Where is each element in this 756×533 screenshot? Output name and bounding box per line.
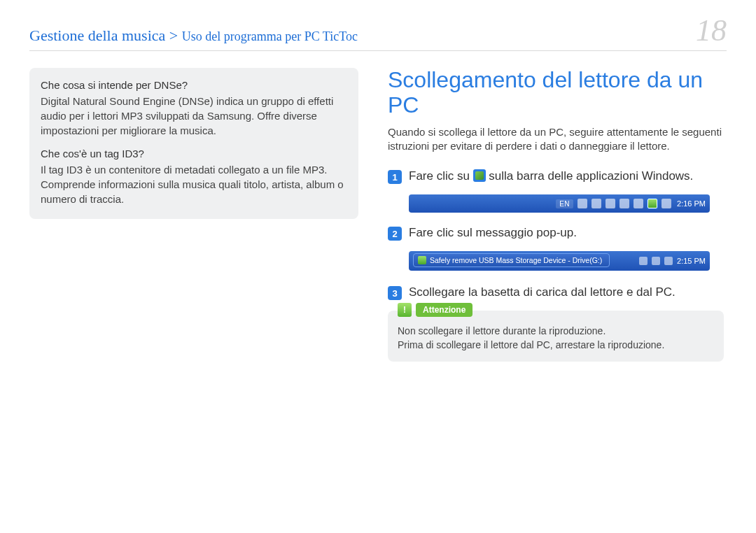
windows-taskbar-2: Safely remove USB Mass Storage Device - …	[409, 251, 710, 271]
safely-remove-tray-icon	[648, 199, 657, 208]
tray-icon	[578, 199, 587, 208]
faq-question-dnse: Che cosa si intende per DNSe?	[41, 78, 347, 92]
caution-line-1: Non scollegare il lettore durante la rip…	[398, 325, 714, 339]
step-1: 1 Fare clic su sulla barra delle applica…	[388, 169, 724, 185]
right-column: Scollegamento del lettore da un PC Quand…	[388, 68, 724, 362]
caution-body: Non scollegare il lettore durante la rip…	[398, 325, 714, 352]
faq-question-id3: Che cos'è un tag ID3?	[41, 146, 347, 161]
step-1-text: Fare clic su sulla barra delle applicazi…	[409, 169, 693, 185]
balloon-text: Safely remove USB Mass Storage Device - …	[430, 256, 602, 264]
balloon-icon	[418, 256, 426, 264]
step-1-post: sulla barra delle applicazioni Windows.	[486, 169, 694, 183]
step-1-pre: Fare clic su	[409, 169, 473, 183]
caution-icon: !	[398, 303, 412, 317]
tray-icon	[606, 199, 615, 208]
faq-answer-dnse: Digital Natural Sound Engine (DNSe) indi…	[41, 94, 347, 138]
caution-label: Attenzione	[416, 303, 472, 317]
faq-answer-id3: Il tag ID3 è un contenitore di metadati …	[41, 162, 347, 206]
step-2: 2 Fare clic sul messaggio pop-up.	[388, 225, 724, 241]
tray-icon	[652, 257, 660, 265]
step-2-text: Fare clic sul messaggio pop-up.	[409, 225, 577, 241]
section-intro: Quando si scollega il lettore da un PC, …	[388, 125, 724, 154]
taskbar-clock: 2:16 PM	[677, 199, 706, 208]
caution-box: ! Attenzione Non scollegare il lettore d…	[388, 311, 724, 362]
step-number-3: 3	[388, 286, 402, 300]
step-3-text: Scollegare la basetta di carica dal lett…	[409, 285, 676, 301]
tray-icon	[620, 199, 629, 208]
tray-icon	[639, 257, 648, 265]
taskbar-clock: 2:15 PM	[677, 257, 706, 265]
taskbar-right: 2:15 PM	[639, 257, 710, 265]
balloon-tooltip: Safely remove USB Mass Storage Device - …	[413, 253, 610, 267]
breadcrumb-sub: Uso del programma per PC TicToc	[182, 29, 358, 43]
page-number: 18	[696, 15, 727, 46]
breadcrumb: Gestione della musica > Uso del programm…	[29, 27, 358, 45]
tray-icon	[634, 199, 643, 208]
language-indicator: EN	[556, 199, 573, 208]
section-title: Scollegamento del lettore da un PC	[388, 68, 724, 118]
page-header: Gestione della musica > Uso del programm…	[29, 15, 727, 51]
step-number-1: 1	[388, 170, 402, 184]
left-column: Che cosa si intende per DNSe? Digital Na…	[29, 68, 358, 362]
step-3: 3 Scollegare la basetta di carica dal le…	[388, 285, 724, 301]
safely-remove-icon	[473, 169, 486, 182]
manual-page: Gestione della musica > Uso del programm…	[0, 0, 756, 533]
content-columns: Che cosa si intende per DNSe? Digital Na…	[29, 68, 727, 362]
tray-icon	[664, 257, 673, 265]
step-number-2: 2	[388, 227, 402, 241]
breadcrumb-main: Gestione della musica >	[29, 27, 182, 44]
info-box: Che cosa si intende per DNSe? Digital Na…	[29, 68, 358, 219]
caution-tag: ! Attenzione	[398, 303, 472, 317]
windows-taskbar-1: EN 2:16 PM	[409, 194, 710, 213]
tray-icon	[662, 199, 671, 208]
caution-line-2: Prima di scollegare il lettore dal PC, a…	[398, 339, 714, 353]
tray-icon	[592, 199, 601, 208]
